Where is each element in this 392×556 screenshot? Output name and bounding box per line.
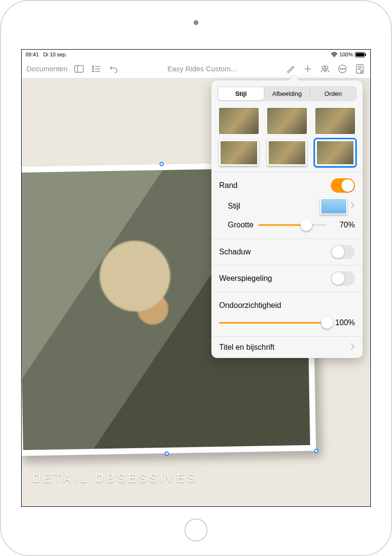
border-section: Rand Stijl Grootte (211, 172, 363, 238)
status-battery-percent: 100% (340, 52, 353, 57)
status-time: 09:41 (26, 52, 39, 57)
format-popover: Stijl Afbeelding Orden Rand (211, 80, 363, 358)
status-right: 100% (331, 52, 366, 57)
svg-point-17 (340, 68, 341, 69)
svg-point-10 (92, 70, 94, 72)
opacity-section: Ondoorzichtigheid 100% (211, 291, 363, 336)
svg-rect-4 (75, 66, 83, 72)
ipad-device-frame: 09:41 Di 10 sep. 100% Documenten (0, 0, 392, 556)
app-toolbar: Documenten Easy Rides Custom... (22, 59, 370, 79)
front-camera (194, 20, 198, 25)
opacity-value: 100% (332, 318, 355, 327)
border-size-label: Grootte (228, 221, 253, 229)
style-preset-3[interactable] (315, 108, 355, 134)
chevron-right-icon (350, 343, 355, 352)
border-size-slider[interactable] (258, 218, 327, 232)
border-toggle[interactable] (331, 178, 355, 193)
svg-rect-20 (356, 65, 363, 73)
resize-handle-bottom-right[interactable] (314, 449, 318, 453)
documents-button[interactable]: Documenten (25, 65, 69, 73)
border-label: Rand (219, 181, 237, 190)
format-brush-button[interactable] (283, 61, 298, 77)
more-button[interactable] (335, 61, 350, 77)
opacity-slider[interactable] (219, 316, 327, 330)
sidebar-toggle-button[interactable] (71, 61, 87, 77)
shadow-toggle[interactable] (331, 245, 355, 259)
shadow-label: Schaduw (219, 248, 251, 256)
border-style-swatch (320, 198, 347, 214)
title-caption-label: Titel en bijschrift (219, 343, 274, 352)
svg-point-8 (92, 68, 94, 69)
tab-arrange[interactable]: Orden (310, 87, 356, 100)
svg-rect-3 (365, 53, 366, 56)
shadow-row: Schaduw (211, 238, 363, 265)
style-preset-2[interactable] (267, 108, 307, 134)
resize-handle-bottom[interactable] (165, 451, 169, 456)
collaborate-button[interactable] (317, 61, 333, 77)
image-caption: DETAIL OBSESSIVES (32, 472, 197, 485)
svg-rect-2 (356, 53, 364, 56)
tab-image[interactable]: Afbeelding (264, 87, 310, 100)
style-preset-1[interactable] (219, 108, 259, 134)
undo-button[interactable] (106, 61, 121, 77)
insert-button[interactable] (300, 61, 315, 77)
home-button[interactable] (184, 518, 208, 542)
svg-point-6 (92, 66, 94, 67)
reflection-toggle[interactable] (331, 271, 355, 286)
popover-tabs: Stijl Afbeelding Orden (217, 86, 357, 101)
screen: 09:41 Di 10 sep. 100% Documenten (21, 49, 371, 507)
style-preset-6[interactable] (315, 140, 355, 166)
style-presets (211, 106, 363, 172)
reader-view-button[interactable] (352, 61, 367, 77)
battery-icon (355, 52, 366, 57)
title-caption-button[interactable]: Titel en bijschrift (211, 336, 363, 358)
opacity-label: Ondoorzichtigheid (219, 301, 281, 310)
svg-point-0 (334, 56, 335, 57)
border-style-button[interactable] (320, 198, 355, 214)
wifi-icon (331, 52, 338, 57)
style-preset-5[interactable] (267, 140, 307, 166)
tab-style[interactable]: Stijl (218, 87, 264, 100)
status-date: Di 10 sep. (43, 52, 67, 57)
resize-handle-top[interactable] (159, 162, 164, 166)
svg-point-19 (344, 68, 345, 69)
reflection-label: Weerspiegeling (219, 274, 272, 283)
status-bar: 09:41 Di 10 sep. 100% (22, 50, 370, 59)
status-left: 09:41 Di 10 sep. (26, 52, 67, 57)
style-preset-4[interactable] (219, 140, 259, 166)
svg-point-18 (342, 68, 343, 69)
document-title[interactable]: Easy Rides Custom... (167, 65, 236, 73)
chevron-right-icon (350, 201, 355, 211)
svg-point-14 (322, 66, 325, 69)
svg-point-15 (325, 66, 328, 69)
reflection-row: Weerspiegeling (211, 265, 363, 291)
outline-button[interactable] (89, 61, 104, 77)
svg-point-24 (361, 70, 363, 73)
border-style-label: Stijl (228, 202, 240, 211)
border-size-value: 70% (332, 221, 355, 229)
